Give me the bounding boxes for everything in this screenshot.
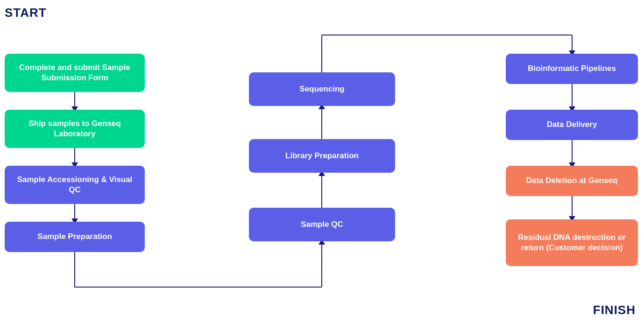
- ship-box: Ship samples to Genseq Laboratory: [5, 110, 145, 148]
- submit-box: Complete and submit Sample Submission Fo…: [5, 54, 145, 92]
- libprep-box: Library Preparation: [249, 139, 395, 173]
- sequencing-box: Sequencing: [249, 72, 395, 106]
- sampleprep-box: Sample Preparation: [5, 222, 145, 252]
- diagram-container: START FINISH: [0, 0, 644, 323]
- sampleqc-box: Sample QC: [249, 208, 395, 241]
- datadeletion-box: Data Deletion at Genseq: [506, 166, 638, 196]
- residual-box: Residual DNA destruction or return (Cust…: [506, 219, 638, 266]
- start-label: START: [5, 6, 47, 20]
- datadelivery-box: Data Delivery: [506, 110, 638, 140]
- finish-label: FINISH: [593, 303, 636, 317]
- accession-box: Sample Accessioning & Visual QC: [5, 166, 145, 204]
- bioinformatics-box: Bioinformatic Pipelines: [506, 54, 638, 84]
